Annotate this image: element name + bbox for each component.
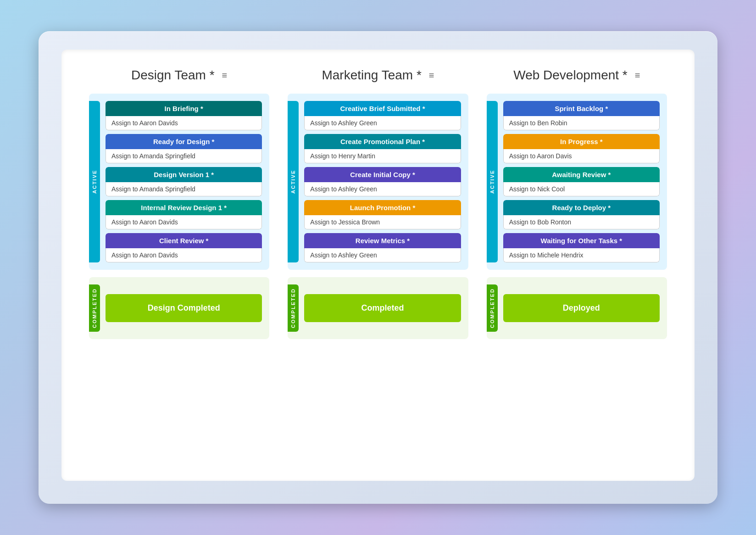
task-card-awaiting-review[interactable]: Awaiting Review *Assign to Nick Cool <box>503 167 660 196</box>
column-design-team: Design Team *≡ACTIVEIn Briefing *Assign … <box>89 68 269 339</box>
task-header-awaiting-review: Awaiting Review * <box>503 167 660 182</box>
menu-icon-marketing-team[interactable]: ≡ <box>429 70 434 81</box>
task-assign-internal-review[interactable]: Assign to Aaron Davids <box>106 215 262 229</box>
active-section-design-team: ACTIVEIn Briefing *Assign to Aaron David… <box>89 94 269 270</box>
column-header-marketing-team: Marketing Team *≡ <box>288 68 468 83</box>
task-assign-promotional-plan[interactable]: Assign to Henry Martin <box>304 149 461 163</box>
task-assign-review-metrics[interactable]: Assign to Ashley Green <box>304 248 461 262</box>
completed-section-design-team: COMPLETEDDesign Completed <box>89 277 269 339</box>
task-card-client-review[interactable]: Client Review *Assign to Aaron Davids <box>106 233 262 262</box>
tasks-list-web-development: Sprint Backlog *Assign to Ben RobinIn Pr… <box>503 101 660 262</box>
completed-card-web-development[interactable]: Deployed <box>503 294 660 322</box>
completed-label-web-development: COMPLETED <box>487 284 498 332</box>
task-assign-initial-copy[interactable]: Assign to Ashley Green <box>304 182 461 196</box>
active-section-marketing-team: ACTIVECreative Brief Submitted *Assign t… <box>288 94 468 270</box>
task-card-ready-to-deploy[interactable]: Ready to Deploy *Assign to Bob Ronton <box>503 200 660 229</box>
task-card-internal-review[interactable]: Internal Review Design 1 *Assign to Aaro… <box>106 200 262 229</box>
task-card-in-briefing[interactable]: In Briefing *Assign to Aaron Davids <box>106 101 262 130</box>
column-header-design-team: Design Team *≡ <box>89 68 269 83</box>
task-header-creative-brief: Creative Brief Submitted * <box>304 101 461 116</box>
task-header-review-metrics: Review Metrics * <box>304 233 461 248</box>
task-card-creative-brief[interactable]: Creative Brief Submitted *Assign to Ashl… <box>304 101 461 130</box>
task-assign-ready-for-design[interactable]: Assign to Amanda Springfield <box>106 149 262 163</box>
monitor-inner: Design Team *≡ACTIVEIn Briefing *Assign … <box>61 50 695 481</box>
task-assign-waiting-other-tasks[interactable]: Assign to Michele Hendrix <box>503 248 660 262</box>
task-assign-launch-promotion[interactable]: Assign to Jessica Brown <box>304 215 461 229</box>
monitor-frame: Design Team *≡ACTIVEIn Briefing *Assign … <box>39 31 717 504</box>
active-label-design-team: ACTIVE <box>89 101 100 262</box>
menu-icon-design-team[interactable]: ≡ <box>222 70 228 81</box>
column-title-web-development: Web Development * <box>513 68 628 83</box>
task-header-in-progress: In Progress * <box>503 134 660 149</box>
tasks-list-design-team: In Briefing *Assign to Aaron DavidsReady… <box>106 101 262 262</box>
task-card-design-version-1[interactable]: Design Version 1 *Assign to Amanda Sprin… <box>106 167 262 196</box>
task-header-initial-copy: Create Initial Copy * <box>304 167 461 182</box>
task-card-launch-promotion[interactable]: Launch Promotion *Assign to Jessica Brow… <box>304 200 461 229</box>
task-card-waiting-other-tasks[interactable]: Waiting for Other Tasks *Assign to Miche… <box>503 233 660 262</box>
column-web-development: Web Development *≡ACTIVESprint Backlog *… <box>487 68 667 339</box>
task-header-waiting-other-tasks: Waiting for Other Tasks * <box>503 233 660 248</box>
column-title-marketing-team: Marketing Team * <box>322 68 421 83</box>
completed-card-design-team[interactable]: Design Completed <box>106 294 262 322</box>
task-assign-client-review[interactable]: Assign to Aaron Davids <box>106 248 262 262</box>
menu-icon-web-development[interactable]: ≡ <box>635 70 640 81</box>
task-assign-creative-brief[interactable]: Assign to Ashley Green <box>304 116 461 130</box>
task-card-ready-for-design[interactable]: Ready for Design *Assign to Amanda Sprin… <box>106 134 262 163</box>
task-header-in-briefing: In Briefing * <box>106 101 262 116</box>
active-section-web-development: ACTIVESprint Backlog *Assign to Ben Robi… <box>487 94 667 270</box>
completed-section-marketing-team: COMPLETEDCompleted <box>288 277 468 339</box>
task-header-design-version-1: Design Version 1 * <box>106 167 262 182</box>
tasks-list-marketing-team: Creative Brief Submitted *Assign to Ashl… <box>304 101 461 262</box>
task-header-launch-promotion: Launch Promotion * <box>304 200 461 215</box>
task-header-ready-for-design: Ready for Design * <box>106 134 262 149</box>
task-card-sprint-backlog[interactable]: Sprint Backlog *Assign to Ben Robin <box>503 101 660 130</box>
task-card-promotional-plan[interactable]: Create Promotional Plan *Assign to Henry… <box>304 134 461 163</box>
task-assign-in-progress[interactable]: Assign to Aaron Davis <box>503 149 660 163</box>
board-container: Design Team *≡ACTIVEIn Briefing *Assign … <box>89 68 667 339</box>
completed-card-marketing-team[interactable]: Completed <box>304 294 461 322</box>
completed-label-design-team: COMPLETED <box>89 284 100 332</box>
column-header-web-development: Web Development *≡ <box>487 68 667 83</box>
task-assign-design-version-1[interactable]: Assign to Amanda Springfield <box>106 182 262 196</box>
task-card-review-metrics[interactable]: Review Metrics *Assign to Ashley Green <box>304 233 461 262</box>
task-assign-awaiting-review[interactable]: Assign to Nick Cool <box>503 182 660 196</box>
column-title-design-team: Design Team * <box>131 68 215 83</box>
completed-section-web-development: COMPLETEDDeployed <box>487 277 667 339</box>
task-assign-in-briefing[interactable]: Assign to Aaron Davids <box>106 116 262 130</box>
task-card-in-progress[interactable]: In Progress *Assign to Aaron Davis <box>503 134 660 163</box>
task-header-promotional-plan: Create Promotional Plan * <box>304 134 461 149</box>
completed-label-marketing-team: COMPLETED <box>288 284 299 332</box>
column-marketing-team: Marketing Team *≡ACTIVECreative Brief Su… <box>288 68 468 339</box>
task-assign-ready-to-deploy[interactable]: Assign to Bob Ronton <box>503 215 660 229</box>
task-header-internal-review: Internal Review Design 1 * <box>106 200 262 215</box>
task-header-client-review: Client Review * <box>106 233 262 248</box>
task-header-sprint-backlog: Sprint Backlog * <box>503 101 660 116</box>
active-label-web-development: ACTIVE <box>487 101 498 262</box>
task-assign-sprint-backlog[interactable]: Assign to Ben Robin <box>503 116 660 130</box>
active-label-marketing-team: ACTIVE <box>288 101 299 262</box>
task-card-initial-copy[interactable]: Create Initial Copy *Assign to Ashley Gr… <box>304 167 461 196</box>
task-header-ready-to-deploy: Ready to Deploy * <box>503 200 660 215</box>
